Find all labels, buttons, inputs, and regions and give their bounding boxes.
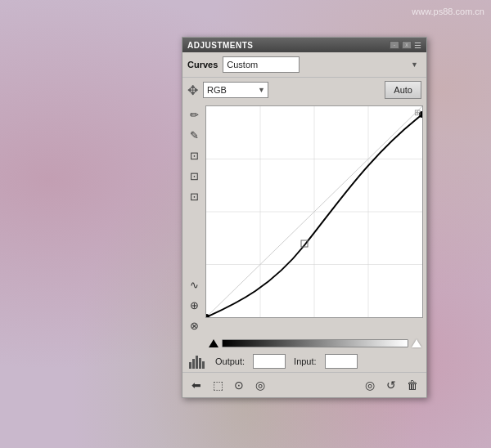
curves-corner-icon: ⊞ bbox=[414, 108, 421, 117]
adjustments-panel: ADJUSTMENTS - x ☰ Curves Custom Default … bbox=[182, 37, 427, 398]
channel-select[interactable]: RGB Red Green Blue bbox=[203, 82, 268, 98]
curves-header: Curves Custom Default Strong Contrast Li… bbox=[182, 52, 426, 78]
left-toolbar: ✏ ✎ ⊡ ⊡ ⊡ ∿ ⊕ ⊗ bbox=[182, 102, 205, 338]
delete-icon[interactable]: 🗑 bbox=[403, 376, 421, 394]
visibility-icon[interactable]: ◎ bbox=[361, 376, 379, 394]
auto-button[interactable]: Auto bbox=[385, 81, 421, 99]
histogram-icon bbox=[189, 354, 207, 369]
eyedropper3-icon[interactable]: ⊕ bbox=[185, 296, 203, 314]
preset-select-wrapper: Custom Default Strong Contrast Linear Co… bbox=[223, 56, 421, 73]
output-label: Output: bbox=[215, 356, 245, 366]
clip-icon[interactable]: ⬚ bbox=[209, 376, 227, 394]
svg-rect-14 bbox=[199, 358, 201, 369]
pencil-tool-icon[interactable]: ✏ bbox=[185, 105, 203, 123]
svg-rect-13 bbox=[196, 356, 198, 369]
bottom-toolbar: ⬅ ⬚ ⊙ ◎ ◎ ↺ 🗑 bbox=[182, 372, 426, 397]
white-point-slider[interactable] bbox=[412, 339, 421, 347]
magnet-icon[interactable]: ⊗ bbox=[185, 316, 203, 334]
svg-rect-15 bbox=[202, 361, 205, 369]
close-button[interactable]: x bbox=[402, 41, 412, 49]
panel-titlebar: ADJUSTMENTS - x ☰ bbox=[182, 38, 426, 52]
eye-icon[interactable]: ⊙ bbox=[230, 376, 248, 394]
curves-container: ✏ ✎ ⊡ ⊡ ⊡ ∿ ⊕ ⊗ bbox=[182, 102, 426, 338]
black-point-slider[interactable] bbox=[209, 339, 218, 347]
svg-rect-12 bbox=[192, 359, 195, 369]
bottom-right-icons: ◎ ↺ 🗑 bbox=[361, 376, 421, 394]
back-icon[interactable]: ⬅ bbox=[187, 376, 205, 394]
preset-select-arrow: ▼ bbox=[411, 60, 418, 69]
titlebar-controls: - x ☰ bbox=[390, 41, 421, 50]
output-input-row: Output: Input: bbox=[182, 351, 426, 372]
pencil2-tool-icon[interactable]: ✎ bbox=[185, 126, 203, 144]
eyedropper-mid-icon[interactable]: ⊡ bbox=[185, 167, 203, 185]
watermark: www.ps88.com.cn bbox=[412, 7, 484, 16]
output-field[interactable] bbox=[253, 354, 286, 369]
gradient-slider bbox=[222, 339, 408, 347]
curves-svg bbox=[206, 106, 422, 317]
svg-rect-11 bbox=[189, 362, 191, 369]
preset-select[interactable]: Custom Default Strong Contrast Linear Co… bbox=[223, 56, 300, 73]
wave-tool-icon[interactable]: ∿ bbox=[185, 276, 203, 293]
eyedropper-shadow-icon[interactable]: ⊡ bbox=[185, 146, 203, 164]
channel-row: ✥ RGB Red Green Blue ▼ Auto bbox=[182, 78, 426, 102]
input-field[interactable] bbox=[325, 354, 358, 369]
curves-graph[interactable]: ⊞ bbox=[205, 105, 423, 318]
curves-label: Curves bbox=[187, 60, 218, 69]
target-icon[interactable]: ◎ bbox=[251, 376, 269, 394]
minimize-button[interactable]: - bbox=[390, 41, 399, 49]
panel-title: ADJUSTMENTS bbox=[187, 41, 254, 50]
panel-menu-icon[interactable]: ☰ bbox=[414, 41, 421, 50]
sliders-row bbox=[182, 338, 426, 351]
hand-tool-icon[interactable]: ✥ bbox=[187, 83, 198, 98]
input-label: Input: bbox=[294, 356, 317, 366]
eyedropper-highlight-icon[interactable]: ⊡ bbox=[185, 187, 203, 205]
bottom-left-icons: ⬅ ⬚ ⊙ ◎ bbox=[187, 376, 269, 394]
channel-select-wrapper: RGB Red Green Blue ▼ bbox=[203, 82, 268, 98]
reset-icon[interactable]: ↺ bbox=[382, 376, 400, 394]
